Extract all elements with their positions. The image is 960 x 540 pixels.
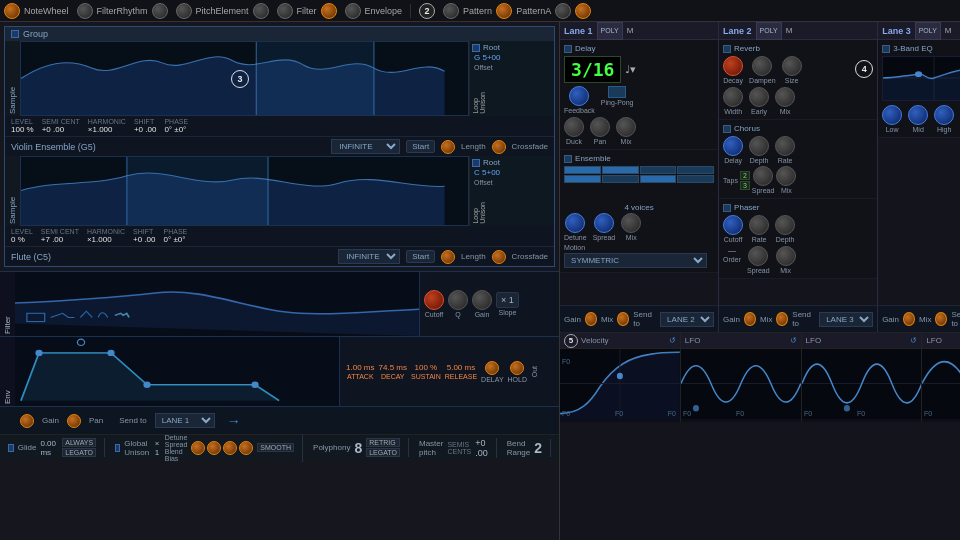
reverb-checkbox[interactable] [723, 45, 731, 53]
filterrhythm-knob[interactable] [77, 3, 93, 19]
ensemble-spread-knob[interactable] [594, 213, 614, 233]
unison-mode[interactable]: SMOOTH [257, 443, 294, 452]
sample2-start-btn[interactable]: Start [406, 250, 435, 263]
filter-knob2[interactable] [321, 3, 337, 19]
delay-pingpong-btn[interactable] [608, 86, 626, 98]
chorus-spread-knob[interactable] [753, 166, 773, 186]
reverb-decay-knob[interactable] [723, 56, 743, 76]
filter-slope-val[interactable]: × 1 [496, 292, 519, 308]
envelope-knob[interactable] [345, 3, 361, 19]
chorus-rate-knob[interactable] [775, 136, 795, 156]
reverb-width-knob[interactable] [723, 87, 743, 107]
sample2-crossfade-knob[interactable] [492, 250, 506, 264]
filterrhythm-knob2[interactable] [152, 3, 168, 19]
eq-high-knob[interactable] [934, 105, 954, 125]
sample2-waveform[interactable] [20, 156, 469, 226]
phaser-mix-knob[interactable] [776, 246, 796, 266]
sample1-mode-select[interactable]: INFINITEFORWARDBACK [331, 139, 400, 154]
env-graph[interactable] [15, 337, 339, 406]
patterna-knob[interactable] [555, 3, 571, 19]
gain-knob[interactable] [20, 414, 34, 428]
delay-duck-knob[interactable] [564, 117, 584, 137]
lane3-gain-knob[interactable] [903, 312, 915, 326]
unison-blend-knob[interactable] [223, 441, 237, 455]
lane1-mix-knob[interactable] [617, 312, 629, 326]
phaser-cutoff-knob[interactable] [723, 215, 743, 235]
group-checkbox[interactable] [11, 30, 19, 38]
hold-env-knob[interactable] [510, 361, 524, 375]
sample2-root-checkbox[interactable] [472, 159, 480, 167]
chorus-taps-val2[interactable]: 3 [740, 181, 750, 190]
delay-feedback-knob[interactable] [569, 86, 589, 106]
lane1-m-btn[interactable]: M [627, 26, 634, 35]
pitchelement-knob[interactable] [176, 3, 192, 19]
ensemble-mix-knob[interactable] [621, 213, 641, 233]
glide-checkbox[interactable] [8, 444, 14, 452]
lane2-mix-knob[interactable] [776, 312, 788, 326]
lane2-m-btn[interactable]: M [786, 26, 793, 35]
globalunison-checkbox[interactable] [115, 444, 120, 452]
phaser-depth-knob[interactable] [775, 215, 795, 235]
reverb-dampen-knob[interactable] [752, 56, 772, 76]
sample1-waveform[interactable]: 3 [20, 41, 469, 116]
lfo3-reset-icon[interactable]: ↺ [910, 336, 917, 345]
lane1-sendto-select[interactable]: LANE 2 [660, 312, 714, 327]
reverb-mix-knob[interactable] [775, 87, 795, 107]
notewheel-knob[interactable] [4, 3, 20, 19]
phaser-checkbox[interactable] [723, 204, 731, 212]
pan-knob[interactable] [67, 414, 81, 428]
pattern-knob2[interactable] [496, 3, 512, 19]
lane1-poly-btn[interactable]: POLY [597, 22, 623, 40]
sample1-crossfade-knob[interactable] [492, 140, 506, 154]
chorus-checkbox[interactable] [723, 125, 731, 133]
chorus-taps-val1[interactable]: 2 [740, 171, 750, 180]
lane2-sendto-select[interactable]: LANE 3 [819, 312, 873, 327]
sample1-root-checkbox[interactable] [472, 44, 480, 52]
delay-mix-knob[interactable] [616, 117, 636, 137]
sample1-start-btn[interactable]: Start [406, 140, 435, 153]
lane3-mix-knob[interactable] [935, 312, 947, 326]
glide-mode[interactable]: ALWAYS [62, 438, 96, 447]
lane2-poly-btn[interactable]: POLY [756, 22, 782, 40]
phaser-rate-knob[interactable] [749, 215, 769, 235]
sample1-length-knob[interactable] [441, 140, 455, 154]
eq-checkbox[interactable] [882, 45, 890, 53]
eq-mid-knob[interactable] [908, 105, 928, 125]
filter-gain-knob[interactable] [472, 290, 492, 310]
unison-bias-knob[interactable] [239, 441, 253, 455]
chorus-mix-knob[interactable] [776, 166, 796, 186]
filter-cutoff-knob[interactable] [424, 290, 444, 310]
patterna-knob2[interactable] [575, 3, 591, 19]
filter-q-knob[interactable] [448, 290, 468, 310]
chorus-depth-knob[interactable] [749, 136, 769, 156]
lane3-m-btn[interactable]: M [945, 26, 952, 35]
pattern-knob[interactable] [443, 3, 459, 19]
lane1-gain-knob[interactable] [585, 312, 597, 326]
reverb-early-knob[interactable] [749, 87, 769, 107]
reverb-size-knob[interactable] [782, 56, 802, 76]
lane2-gain-knob[interactable] [744, 312, 756, 326]
filter-graph[interactable] [15, 272, 419, 336]
poly-legato[interactable]: LEGATO [366, 448, 400, 457]
glide-legato[interactable]: LEGATO [62, 448, 96, 457]
velocity-reset-icon[interactable]: ↺ [669, 336, 676, 345]
unison-spread-knob[interactable] [207, 441, 221, 455]
pitchelement-knob2[interactable] [253, 3, 269, 19]
retrig-label[interactable]: RETRIG [366, 438, 400, 447]
ensemble-checkbox[interactable] [564, 155, 572, 163]
sample2-length-knob[interactable] [441, 250, 455, 264]
lane3-poly-btn[interactable]: POLY [915, 22, 941, 40]
filter-knob[interactable] [277, 3, 293, 19]
chorus-delay-knob[interactable] [723, 136, 743, 156]
unison-detune-knob[interactable] [191, 441, 205, 455]
lfo2-reset-icon[interactable]: ↺ [790, 336, 797, 345]
sample2-mode-select[interactable]: INFINITE [338, 249, 400, 264]
delay-env-knob[interactable] [485, 361, 499, 375]
delay-checkbox[interactable] [564, 45, 572, 53]
delay-pan-knob[interactable] [590, 117, 610, 137]
sendto-select[interactable]: LANE 1LANE 2LANE 3MASTER [155, 413, 215, 428]
ensemble-detune-knob[interactable] [565, 213, 585, 233]
motion-select[interactable]: SYMMETRIC [564, 253, 707, 268]
eq-low-knob[interactable] [882, 105, 902, 125]
phaser-spread-knob[interactable] [748, 246, 768, 266]
